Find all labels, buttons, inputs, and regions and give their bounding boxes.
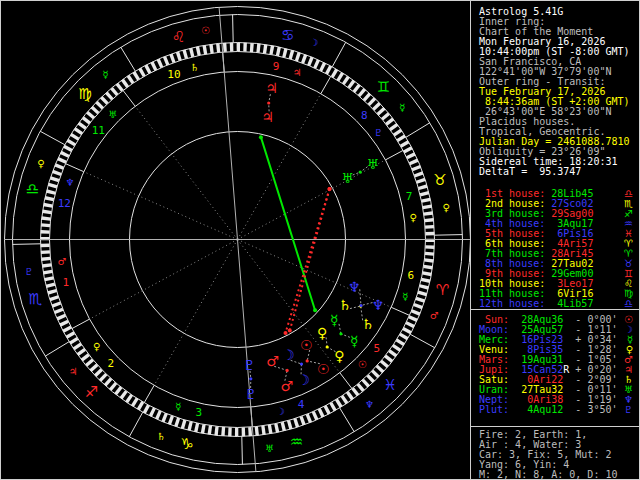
aspect-line-uranus-square-moon	[285, 189, 329, 333]
degree-tick	[287, 420, 293, 430]
house-cusp-segment-12	[65, 164, 83, 172]
degree-tick	[237, 43, 240, 52]
degree-tick	[269, 45, 274, 54]
house-ruler-glyph-venus: ♀	[93, 341, 100, 352]
degree-tick	[201, 424, 206, 433]
degree-tick	[163, 56, 169, 66]
degree-tick	[41, 244, 50, 248]
sign-glyph-libra: ♎	[26, 180, 39, 198]
degree-tick	[424, 218, 433, 222]
position-marker-mars	[286, 369, 289, 372]
aspect-line-jupiter-trine-mercury	[261, 137, 315, 310]
degree-tick	[230, 43, 234, 52]
aspect-endpoint	[259, 135, 263, 139]
degree-tick	[41, 250, 50, 254]
natal-planet-glyph-neptune: ♆	[348, 279, 361, 295]
sign-ruler-glyph-saturn: ♄	[157, 431, 166, 442]
degree-tick	[86, 111, 95, 119]
sign-ruler-glyph-neptune: ♆	[365, 399, 374, 410]
house-number-7: 7	[406, 190, 413, 203]
degree-tick	[105, 91, 113, 100]
house-number-5: 5	[373, 342, 380, 355]
natal-planet-glyph-venus: ♀	[317, 325, 327, 341]
degree-tick	[409, 159, 419, 166]
degree-tick	[221, 427, 225, 436]
degree-tick	[371, 370, 380, 379]
degree-tick	[50, 176, 60, 182]
degree-tick	[403, 146, 413, 153]
house-number-3: 3	[196, 406, 203, 419]
sign-boundary	[410, 334, 435, 347]
degree-tick	[89, 363, 98, 371]
degree-tick	[208, 425, 213, 434]
degree-tick	[100, 96, 109, 105]
house-cusp-line-6	[238, 240, 392, 308]
house-cusp-segment-11	[123, 90, 135, 106]
degree-tick	[52, 170, 62, 176]
degree-tick	[138, 68, 145, 77]
transit-planet-glyph-uranus: ♅	[366, 156, 379, 172]
degree-tick	[243, 43, 247, 52]
position-marker-moon	[300, 362, 303, 365]
house-cusp-line-12	[84, 172, 238, 240]
degree-tick	[346, 391, 354, 400]
degree-tick	[319, 62, 326, 72]
sign-glyph-gemini: ♊	[377, 78, 390, 96]
degree-tick	[414, 171, 424, 177]
degree-tick	[235, 427, 238, 436]
degree-tick	[293, 418, 299, 428]
house-ruler-glyph-mars: ♂	[57, 256, 66, 267]
transit-planet-glyph-neptune: ♆	[372, 297, 385, 313]
house-row-12: 12th house: 4Lib57♎	[479, 299, 640, 309]
degree-tick	[366, 374, 375, 383]
sign-boundary	[45, 342, 69, 357]
house-ruler-glyph-mercury: ☿	[175, 401, 181, 412]
degree-tick	[420, 191, 430, 196]
house-cusp-line-8	[238, 160, 386, 240]
degree-tick	[282, 48, 287, 58]
sign-ruler-glyph-venus: ♀	[37, 158, 44, 169]
degree-tick	[82, 116, 91, 124]
position-marker-venus	[326, 345, 329, 348]
planet-position-table: Sun: 28Aqu36 - 0°00'☉Moon: 25Aqu57 - 1°1…	[479, 315, 640, 415]
degree-tick	[189, 48, 194, 58]
sidebar-panel: Astrolog 5.41GInner ring:Chart of the Mo…	[470, 0, 640, 480]
sign-glyph-sagittarius: ♐	[85, 383, 98, 401]
degree-tick	[78, 122, 87, 130]
sign-boundary	[332, 42, 345, 67]
sign-glyph-cancer: ♋	[281, 26, 294, 44]
degree-tick	[66, 139, 75, 146]
house-cusp-segment-9	[321, 76, 331, 93]
degree-tick	[42, 263, 51, 268]
house-ruler-glyph-moon: ☽	[276, 406, 285, 417]
degree-tick	[396, 134, 405, 142]
degree-tick	[149, 407, 156, 417]
house-number-12: 12	[58, 197, 71, 210]
degree-tick	[77, 348, 86, 356]
degree-tick	[63, 145, 73, 152]
transit-planet-glyph-saturn: ♄	[361, 316, 374, 332]
degree-tick	[187, 421, 192, 431]
degree-tick	[42, 210, 51, 215]
degree-tick	[325, 65, 332, 75]
degree-tick	[41, 257, 50, 261]
degree-tick	[312, 411, 319, 421]
house-cusp-segment-6	[391, 307, 409, 315]
sign-boundary	[40, 131, 65, 144]
natal-planet-glyph-moon: ☽	[282, 347, 295, 363]
planet-row-10: Plut: 4Aqu12 - 3°50'♇	[479, 405, 640, 415]
separator-line	[471, 426, 640, 427]
transit-planet-glyph-mercury: ☿	[350, 333, 359, 349]
degree-tick	[416, 297, 426, 303]
degree-tick	[276, 47, 281, 57]
house-number-2: 2	[107, 357, 114, 370]
position-marker-sun	[306, 359, 309, 362]
degree-tick	[335, 398, 343, 407]
degree-tick	[274, 423, 279, 432]
house-number-10: 10	[167, 68, 180, 81]
degree-tick	[347, 80, 355, 89]
degree-tick	[57, 157, 67, 164]
position-marker-pluto	[249, 377, 252, 380]
degree-tick	[358, 88, 366, 97]
house-number-9: 9	[273, 60, 280, 73]
